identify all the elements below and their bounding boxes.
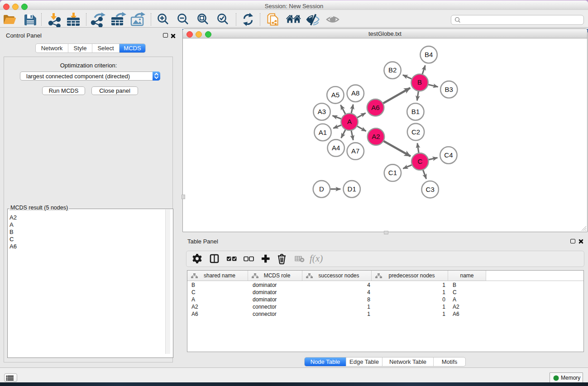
svg-text:B3: B3 <box>445 86 453 93</box>
svg-text:A3: A3 <box>318 108 326 115</box>
svg-text:D1: D1 <box>348 185 356 193</box>
svg-text:C2: C2 <box>411 128 420 136</box>
svg-text:C: C <box>417 157 422 165</box>
svg-text:A7: A7 <box>351 147 359 155</box>
svg-text:B1: B1 <box>411 108 420 115</box>
svg-text:A1: A1 <box>319 129 327 136</box>
svg-text:A5: A5 <box>331 91 339 99</box>
svg-text:C3: C3 <box>426 186 435 193</box>
svg-text:A4: A4 <box>332 144 340 152</box>
svg-text:B4: B4 <box>425 51 433 58</box>
svg-text:B2: B2 <box>388 66 397 74</box>
svg-text:A6: A6 <box>371 104 379 111</box>
svg-text:A: A <box>347 118 352 125</box>
svg-text:B: B <box>417 78 422 86</box>
svg-text:A2: A2 <box>372 133 380 140</box>
svg-text:C4: C4 <box>444 151 453 159</box>
svg-text:C1: C1 <box>388 169 397 176</box>
svg-text:f(x): f(x) <box>310 253 323 264</box>
svg-text:A8: A8 <box>351 89 359 97</box>
svg-text:D: D <box>319 185 324 193</box>
